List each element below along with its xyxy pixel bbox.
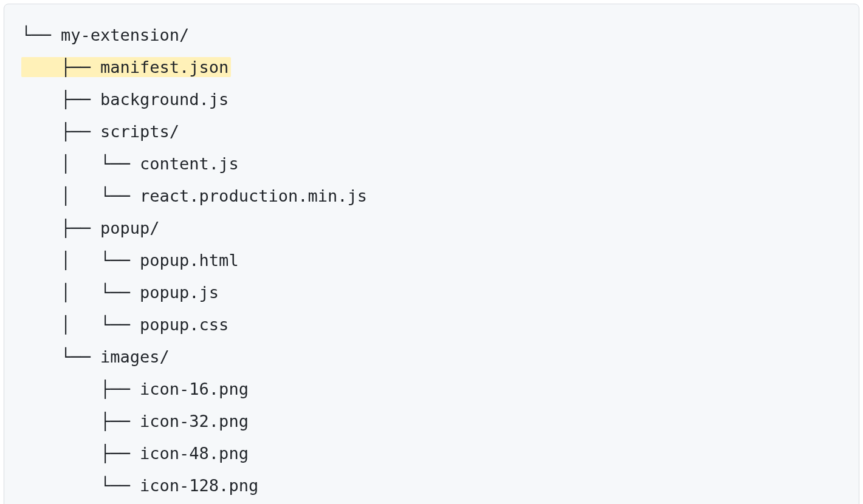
directory-tree-code-block: └── my-extension/ ├── manifest.json ├── … <box>4 4 859 504</box>
tree-prefix: ├── <box>21 381 140 397</box>
tree-prefix: ├── <box>21 91 100 107</box>
tree-prefix: │ └── <box>21 252 140 268</box>
tree-entry-name: content.js <box>140 155 239 172</box>
tree-prefix: └── <box>21 349 100 365</box>
tree-entry-name: popup/ <box>100 220 160 236</box>
tree-entry-name: background.js <box>100 91 229 107</box>
tree-entry-name: popup.css <box>140 316 229 333</box>
tree-entry-name: popup.js <box>140 284 219 301</box>
tree-line: ├── popup/ <box>21 212 859 244</box>
tree-line: ├── icon-16.png <box>21 373 859 405</box>
tree-line: └── icon-128.png <box>21 469 859 502</box>
tree-line: │ └── popup.css <box>21 308 859 341</box>
tree-prefix: ├── <box>21 445 140 461</box>
tree-prefix: │ └── <box>21 188 140 204</box>
tree-entry-name: my-extension/ <box>61 27 189 43</box>
tree-prefix: │ └── <box>21 284 140 301</box>
tree-line: ├── icon-32.png <box>21 405 859 437</box>
tree-prefix: ├── <box>21 413 140 429</box>
tree-entry-name: images/ <box>100 349 170 365</box>
tree-prefix: ├── <box>21 123 100 140</box>
tree-line: ├── scripts/ <box>21 115 859 148</box>
tree-line: │ └── react.production.min.js <box>21 180 859 212</box>
tree-entry-name: icon-128.png <box>140 477 258 494</box>
tree-entry-name: icon-16.png <box>140 381 249 397</box>
highlighted-entry: ├── manifest.json <box>21 57 231 77</box>
tree-line: ├── manifest.json <box>21 51 859 83</box>
tree-line: │ └── content.js <box>21 148 859 180</box>
tree-prefix: ├── <box>21 220 100 236</box>
tree-line: │ └── popup.js <box>21 276 859 308</box>
tree-line: └── my-extension/ <box>21 19 859 51</box>
tree-entry-name: popup.html <box>140 252 239 268</box>
tree-entry-name: icon-48.png <box>140 445 249 461</box>
tree-prefix: └── <box>21 477 140 494</box>
tree-entry-name: scripts/ <box>100 123 179 140</box>
tree-prefix: ├── <box>21 58 100 77</box>
tree-line: └── images/ <box>21 341 859 373</box>
tree-entry-name: manifest.json <box>100 58 229 77</box>
tree-prefix: └── <box>21 27 61 43</box>
tree-line: │ └── popup.html <box>21 244 859 276</box>
tree-prefix: │ └── <box>21 155 140 172</box>
tree-prefix: │ └── <box>21 316 140 333</box>
tree-line: ├── icon-48.png <box>21 437 859 469</box>
tree-entry-name: react.production.min.js <box>140 188 367 204</box>
tree-entry-name: icon-32.png <box>140 413 249 429</box>
tree-line: ├── background.js <box>21 83 859 115</box>
